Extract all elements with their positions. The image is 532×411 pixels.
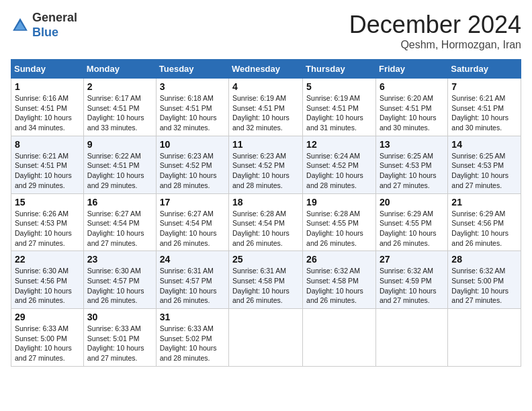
day-info: Sunrise: 6:21 AM Sunset: 4:51 PM Dayligh…	[451, 93, 517, 133]
col-header-thursday: Thursday	[303, 60, 376, 79]
day-cell-21: 21Sunrise: 6:29 AM Sunset: 4:56 PM Dayli…	[448, 193, 521, 251]
col-header-monday: Monday	[83, 60, 156, 79]
day-number: 14	[451, 139, 517, 150]
day-cell-8: 8Sunrise: 6:21 AM Sunset: 4:51 PM Daylig…	[11, 136, 84, 193]
day-info: Sunrise: 6:29 AM Sunset: 4:56 PM Dayligh…	[451, 209, 517, 248]
day-number: 17	[160, 197, 225, 208]
day-cell-14: 14Sunrise: 6:25 AM Sunset: 4:53 PM Dayli…	[448, 136, 521, 193]
day-number: 28	[451, 254, 517, 265]
day-info: Sunrise: 6:19 AM Sunset: 4:51 PM Dayligh…	[306, 93, 372, 133]
day-info: Sunrise: 6:19 AM Sunset: 4:51 PM Dayligh…	[232, 93, 299, 133]
week-row-2: 8Sunrise: 6:21 AM Sunset: 4:51 PM Daylig…	[11, 136, 521, 193]
logo-text: General Blue	[32, 11, 77, 40]
day-info: Sunrise: 6:25 AM Sunset: 4:53 PM Dayligh…	[451, 151, 517, 191]
day-info: Sunrise: 6:21 AM Sunset: 4:51 PM Dayligh…	[15, 151, 80, 191]
day-info: Sunrise: 6:31 AM Sunset: 4:57 PM Dayligh…	[160, 266, 225, 306]
empty-cell	[229, 309, 303, 367]
day-info: Sunrise: 6:33 AM Sunset: 5:01 PM Dayligh…	[87, 324, 152, 363]
day-number: 16	[87, 197, 152, 208]
day-cell-24: 24Sunrise: 6:31 AM Sunset: 4:57 PM Dayli…	[156, 251, 228, 309]
day-number: 15	[15, 197, 80, 208]
day-number: 21	[451, 197, 517, 208]
day-cell-15: 15Sunrise: 6:26 AM Sunset: 4:53 PM Dayli…	[11, 193, 84, 251]
header-row: SundayMondayTuesdayWednesdayThursdayFrid…	[11, 60, 521, 79]
logo: General Blue	[11, 11, 77, 40]
day-cell-25: 25Sunrise: 6:31 AM Sunset: 4:58 PM Dayli…	[229, 251, 303, 309]
day-info: Sunrise: 6:28 AM Sunset: 4:54 PM Dayligh…	[232, 209, 299, 248]
day-number: 10	[160, 139, 225, 150]
day-info: Sunrise: 6:17 AM Sunset: 4:51 PM Dayligh…	[87, 93, 152, 133]
day-number: 4	[232, 81, 299, 92]
day-info: Sunrise: 6:22 AM Sunset: 4:51 PM Dayligh…	[87, 151, 152, 191]
day-info: Sunrise: 6:28 AM Sunset: 4:55 PM Dayligh…	[306, 209, 372, 248]
day-number: 5	[306, 81, 372, 92]
day-number: 30	[87, 312, 152, 322]
day-info: Sunrise: 6:29 AM Sunset: 4:55 PM Dayligh…	[380, 209, 444, 248]
day-number: 8	[15, 139, 80, 150]
day-cell-10: 10Sunrise: 6:23 AM Sunset: 4:52 PM Dayli…	[156, 136, 228, 193]
day-info: Sunrise: 6:23 AM Sunset: 4:52 PM Dayligh…	[232, 151, 299, 191]
week-row-4: 22Sunrise: 6:30 AM Sunset: 4:56 PM Dayli…	[11, 251, 521, 309]
day-number: 6	[380, 81, 444, 92]
day-info: Sunrise: 6:26 AM Sunset: 4:53 PM Dayligh…	[15, 209, 80, 248]
day-info: Sunrise: 6:27 AM Sunset: 4:54 PM Dayligh…	[87, 209, 152, 248]
day-cell-12: 12Sunrise: 6:24 AM Sunset: 4:52 PM Dayli…	[303, 136, 376, 193]
day-cell-13: 13Sunrise: 6:25 AM Sunset: 4:53 PM Dayli…	[375, 136, 447, 193]
day-number: 25	[232, 254, 299, 265]
day-number: 3	[160, 81, 225, 92]
day-cell-9: 9Sunrise: 6:22 AM Sunset: 4:51 PM Daylig…	[83, 136, 156, 193]
location-title: Qeshm, Hormozgan, Iran	[349, 39, 521, 51]
day-info: Sunrise: 6:32 AM Sunset: 4:59 PM Dayligh…	[380, 266, 444, 306]
day-info: Sunrise: 6:25 AM Sunset: 4:53 PM Dayligh…	[380, 151, 444, 191]
day-number: 2	[87, 81, 152, 92]
col-header-sunday: Sunday	[11, 60, 84, 79]
day-cell-16: 16Sunrise: 6:27 AM Sunset: 4:54 PM Dayli…	[83, 193, 156, 251]
day-cell-4: 4Sunrise: 6:19 AM Sunset: 4:51 PM Daylig…	[229, 79, 303, 136]
day-cell-23: 23Sunrise: 6:30 AM Sunset: 4:57 PM Dayli…	[83, 251, 156, 309]
day-cell-5: 5Sunrise: 6:19 AM Sunset: 4:51 PM Daylig…	[303, 79, 376, 136]
day-info: Sunrise: 6:16 AM Sunset: 4:51 PM Dayligh…	[15, 93, 80, 133]
day-number: 7	[451, 81, 517, 92]
logo-blue: Blue	[32, 26, 58, 39]
day-number: 12	[306, 139, 372, 150]
day-cell-28: 28Sunrise: 6:32 AM Sunset: 5:00 PM Dayli…	[448, 251, 521, 309]
day-info: Sunrise: 6:32 AM Sunset: 4:58 PM Dayligh…	[306, 266, 372, 306]
logo-general: General	[32, 11, 77, 24]
title-block: December 2024 Qeshm, Hormozgan, Iran	[349, 11, 521, 51]
day-cell-11: 11Sunrise: 6:23 AM Sunset: 4:52 PM Dayli…	[229, 136, 303, 193]
day-cell-6: 6Sunrise: 6:20 AM Sunset: 4:51 PM Daylig…	[375, 79, 447, 136]
day-number: 27	[380, 254, 444, 265]
day-number: 1	[15, 81, 80, 92]
day-info: Sunrise: 6:32 AM Sunset: 5:00 PM Dayligh…	[451, 266, 517, 306]
day-cell-30: 30Sunrise: 6:33 AM Sunset: 5:01 PM Dayli…	[83, 309, 156, 367]
logo-icon	[11, 16, 30, 35]
day-info: Sunrise: 6:27 AM Sunset: 4:54 PM Dayligh…	[160, 209, 225, 248]
page-header: General Blue December 2024 Qeshm, Hormoz…	[11, 11, 521, 51]
day-cell-2: 2Sunrise: 6:17 AM Sunset: 4:51 PM Daylig…	[83, 79, 156, 136]
month-title: December 2024	[349, 11, 521, 39]
day-number: 24	[160, 254, 225, 265]
col-header-saturday: Saturday	[448, 60, 521, 79]
day-number: 23	[87, 254, 152, 265]
day-cell-20: 20Sunrise: 6:29 AM Sunset: 4:55 PM Dayli…	[375, 193, 447, 251]
empty-cell	[303, 309, 376, 367]
day-cell-27: 27Sunrise: 6:32 AM Sunset: 4:59 PM Dayli…	[375, 251, 447, 309]
day-info: Sunrise: 6:31 AM Sunset: 4:58 PM Dayligh…	[232, 266, 299, 306]
day-number: 20	[380, 197, 444, 208]
day-cell-26: 26Sunrise: 6:32 AM Sunset: 4:58 PM Dayli…	[303, 251, 376, 309]
col-header-wednesday: Wednesday	[229, 60, 303, 79]
day-info: Sunrise: 6:33 AM Sunset: 5:00 PM Dayligh…	[15, 324, 80, 363]
day-number: 9	[87, 139, 152, 150]
day-cell-3: 3Sunrise: 6:18 AM Sunset: 4:51 PM Daylig…	[156, 79, 228, 136]
day-cell-7: 7Sunrise: 6:21 AM Sunset: 4:51 PM Daylig…	[448, 79, 521, 136]
empty-cell	[448, 309, 521, 367]
day-number: 22	[15, 254, 80, 265]
calendar-table: SundayMondayTuesdayWednesdayThursdayFrid…	[11, 59, 521, 367]
week-row-5: 29Sunrise: 6:33 AM Sunset: 5:00 PM Dayli…	[11, 309, 521, 367]
day-info: Sunrise: 6:30 AM Sunset: 4:56 PM Dayligh…	[15, 266, 80, 306]
day-cell-31: 31Sunrise: 6:33 AM Sunset: 5:02 PM Dayli…	[156, 309, 228, 367]
col-header-friday: Friday	[375, 60, 447, 79]
day-cell-17: 17Sunrise: 6:27 AM Sunset: 4:54 PM Dayli…	[156, 193, 228, 251]
day-cell-1: 1Sunrise: 6:16 AM Sunset: 4:51 PM Daylig…	[11, 79, 84, 136]
day-info: Sunrise: 6:23 AM Sunset: 4:52 PM Dayligh…	[160, 151, 225, 191]
